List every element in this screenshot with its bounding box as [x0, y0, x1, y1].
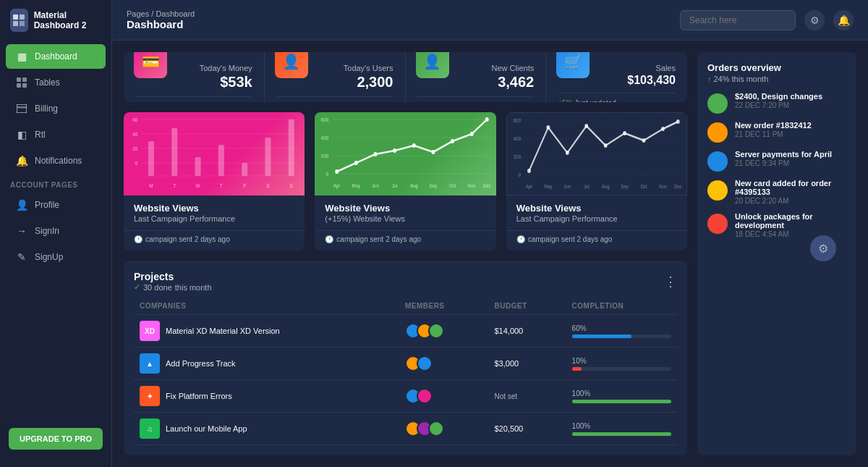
- up-arrow-icon: ↑: [707, 75, 712, 83]
- order-text: New card added for order #4395133 20 DEC…: [735, 179, 846, 205]
- project-members-cell: [399, 315, 489, 348]
- sidebar-item-billing[interactable]: Billing: [6, 96, 106, 121]
- progress-bar: [572, 335, 631, 338]
- project-name: Material XD Material XD Version: [166, 327, 280, 335]
- svg-rect-7: [22, 83, 27, 88]
- svg-text:Oct: Oct: [449, 182, 456, 188]
- chart-line-dark-footer-text: campaign sent 2 days ago: [528, 235, 613, 243]
- sidebar-label-signin: SignIn: [35, 226, 59, 236]
- progress-bar-container: [572, 432, 671, 436]
- svg-point-45: [412, 143, 416, 148]
- chart-bar: .cl{fill:rgba(255,255,255,0.3)} 60 40: [124, 112, 305, 251]
- project-logo: ✦: [140, 386, 160, 406]
- charts-row: .cl{fill:rgba(255,255,255,0.3)} 60 40: [124, 112, 687, 251]
- project-company-cell: ♫Launch our Mobile App: [134, 413, 399, 445]
- order-text: Unlock packages for development 18 DEC 4…: [735, 212, 846, 238]
- svg-point-74: [661, 127, 665, 131]
- signin-icon: →: [16, 225, 27, 237]
- rtl-icon: ◧: [16, 129, 27, 140]
- settings-fab[interactable]: ⚙: [810, 235, 836, 261]
- check-icon: ✓: [134, 282, 140, 292]
- completion-pct: 100%: [572, 422, 671, 430]
- projects-menu-dots[interactable]: ⋮: [664, 274, 677, 290]
- money-footer: +55% than last week: [135, 96, 252, 102]
- chart-line-dark-info: Website Views Last Campaign Performance: [506, 195, 687, 230]
- chart-bar-title: Website Views: [134, 203, 294, 214]
- sidebar-label-tables: Tables: [35, 77, 60, 88]
- sidebar-item-notifications[interactable]: 🔔 Notifications: [6, 148, 106, 173]
- svg-text:400: 400: [321, 134, 329, 141]
- svg-rect-4: [17, 77, 21, 82]
- settings-icon[interactable]: ⚙: [804, 10, 825, 30]
- project-members-cell: [399, 380, 489, 413]
- svg-text:Dec: Dec: [483, 182, 491, 188]
- page-title: Dashboard: [127, 18, 195, 30]
- chart-line-dark-title: Website Views: [516, 203, 677, 214]
- chart-line-green-footer-text: campaign sent 2 days ago: [336, 235, 421, 243]
- content-left: 💳 Today's Money $53k +55% than last week…: [124, 52, 687, 455]
- upgrade-button[interactable]: UPGRADE TO PRO: [9, 428, 103, 450]
- clients-footer: -2% than yesterday: [417, 96, 535, 102]
- sidebar-item-profile[interactable]: 👤 Profile: [6, 193, 106, 217]
- svg-point-48: [470, 132, 474, 136]
- progress-bar-container: [572, 367, 671, 371]
- svg-text:0: 0: [326, 170, 329, 177]
- project-logo: ▲: [140, 353, 160, 374]
- sales-change-text: Just updated: [574, 99, 616, 102]
- logo-icon: [10, 9, 28, 32]
- svg-point-70: [584, 124, 588, 128]
- sidebar-item-dashboard[interactable]: ▦ Dashboard: [6, 44, 106, 69]
- order-dot: [707, 122, 728, 143]
- sidebar-label-profile: Profile: [35, 200, 59, 210]
- chart-line-green-title: Website Views: [325, 203, 485, 214]
- svg-text:20: 20: [132, 145, 137, 152]
- sidebar-item-signup[interactable]: ✎ SignUp: [6, 245, 106, 269]
- sidebar-item-signin[interactable]: → SignIn: [6, 219, 106, 243]
- order-dot: [707, 180, 728, 201]
- svg-rect-20: [171, 128, 177, 176]
- order-dot: [707, 151, 728, 172]
- order-item: New order #1832412 21 DEC 11 PM: [707, 121, 846, 143]
- progress-bar: [572, 367, 582, 371]
- svg-rect-5: [22, 77, 27, 82]
- progress-bar: [572, 400, 671, 403]
- svg-text:M: M: [149, 182, 153, 189]
- col-companies: COMPANIES: [134, 298, 399, 315]
- progress-bar: [572, 432, 671, 436]
- app-name: Material Dashboard 2: [34, 10, 101, 30]
- chart-line-green-info: Website Views (+15%) Website Views: [315, 195, 495, 230]
- svg-rect-24: [265, 138, 271, 176]
- chart-line-green: 600 400 200 0: [315, 112, 495, 251]
- sidebar-item-tables[interactable]: Tables: [6, 70, 106, 95]
- search-input[interactable]: [680, 10, 796, 30]
- clients-icon: 👤: [416, 52, 449, 78]
- project-budget-cell: $3,000: [488, 348, 566, 380]
- projects-title: Projects: [134, 271, 212, 282]
- member-avatar: [428, 421, 444, 437]
- order-item: Unlock packages for development 18 DEC 4…: [707, 212, 846, 238]
- svg-text:200: 200: [321, 152, 329, 159]
- completion-pct: 60%: [572, 324, 671, 332]
- order-text: $2400, Design changes 22 DEC 7:20 PM: [735, 92, 822, 109]
- projects-title-area: Projects ✓ 30 done this month: [134, 271, 212, 292]
- orders-title: Orders overview: [707, 62, 846, 73]
- order-date: 22 DEC 7:20 PM: [735, 101, 822, 109]
- svg-point-73: [642, 138, 645, 143]
- breadcrumb-current: Dashboard: [156, 9, 195, 18]
- chart-bar-info: Website Views Last Campaign Performance: [124, 195, 305, 230]
- svg-point-68: [546, 125, 550, 130]
- order-date: 20 DEC 2:20 AM: [735, 197, 846, 205]
- sidebar-item-rtl[interactable]: ◧ Rtl: [6, 122, 106, 147]
- users-footer: +3% than last month: [276, 96, 393, 102]
- bell-icon[interactable]: 🔔: [833, 10, 854, 30]
- order-text: Server payments for April 21 DEC 9:34 PM: [735, 150, 832, 167]
- svg-rect-6: [17, 83, 21, 88]
- project-members-cell: [399, 413, 489, 445]
- table-row: ♫Launch our Mobile App$20,500 100%: [134, 413, 677, 445]
- svg-text:600: 600: [321, 116, 329, 123]
- svg-point-71: [603, 143, 607, 148]
- project-name: Launch our Mobile App: [166, 424, 247, 433]
- svg-point-41: [336, 169, 339, 174]
- order-title: Unlock packages for development: [735, 212, 846, 230]
- svg-text:F: F: [243, 182, 246, 189]
